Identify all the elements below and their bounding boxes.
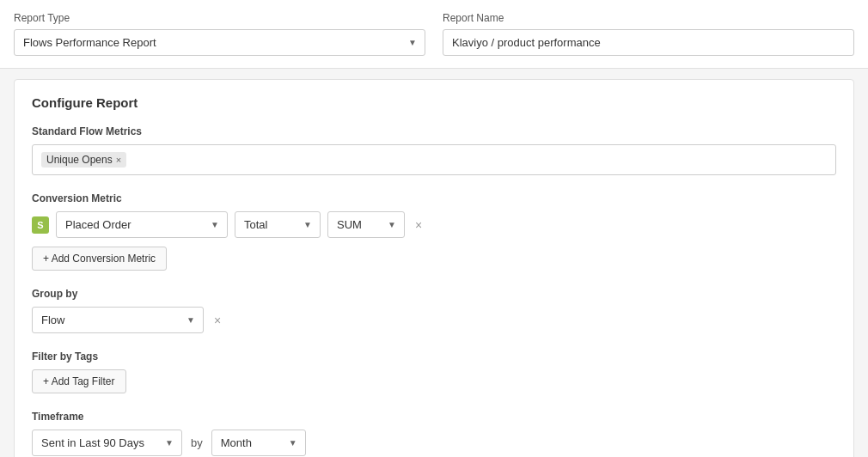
standard-flow-metrics-input[interactable]: Unique Opens × — [32, 144, 836, 175]
add-tag-filter-button[interactable]: + Add Tag Filter — [32, 369, 126, 393]
group-by-label: Group by — [32, 288, 836, 300]
report-type-field: Report Type Flows Performance Report ▼ — [14, 12, 425, 56]
shopify-icon: S — [32, 216, 49, 234]
by-label: by — [191, 436, 203, 449]
tag-unique-opens-close[interactable]: × — [116, 155, 121, 165]
filter-by-tags-label: Filter by Tags — [32, 350, 836, 363]
report-type-select-wrapper: Flows Performance Report ▼ — [14, 29, 425, 56]
tag-unique-opens-text: Unique Opens — [46, 154, 113, 166]
conversion-metric-close[interactable]: × — [412, 217, 425, 233]
metric-select[interactable]: Placed Order Ordered Product Refunded Or… — [56, 211, 228, 238]
conversion-metric-label: Conversion Metric — [32, 192, 836, 204]
conversion-metric-row: S Placed Order Ordered Product Refunded … — [32, 211, 836, 238]
standard-flow-metrics-label: Standard Flow Metrics — [32, 125, 836, 137]
function-select[interactable]: SUM COUNT AVG — [327, 211, 405, 238]
top-bar: Report Type Flows Performance Report ▼ R… — [0, 0, 868, 69]
add-conversion-metric-button[interactable]: + Add Conversion Metric — [32, 247, 167, 271]
timeframe-section: Timeframe Sent in Last 90 Days Sent in L… — [32, 411, 836, 456]
standard-flow-metrics-section: Standard Flow Metrics Unique Opens × — [32, 125, 836, 175]
aggregation-select-wrapper: Total Unique Average ▼ — [235, 211, 321, 238]
report-name-input[interactable] — [443, 29, 854, 56]
report-name-label: Report Name — [443, 12, 854, 24]
group-by-close[interactable]: × — [211, 313, 224, 328]
aggregation-select[interactable]: Total Unique Average — [235, 211, 321, 238]
group-by-section: Group by Flow Message Subject Line ▼ × — [32, 288, 836, 333]
report-type-label: Report Type — [14, 12, 425, 24]
timeframe-row: Sent in Last 90 Days Sent in Last 30 Day… — [32, 430, 836, 456]
group-by-row: Flow Message Subject Line ▼ × — [32, 307, 836, 333]
tag-unique-opens: Unique Opens × — [41, 152, 126, 168]
granularity-select[interactable]: Month Week Day — [211, 430, 306, 456]
panel-title: Configure Report — [32, 95, 836, 110]
configure-panel: Configure Report Standard Flow Metrics U… — [14, 79, 854, 457]
filter-by-tags-section: Filter by Tags + Add Tag Filter — [32, 350, 836, 393]
metric-select-wrapper: Placed Order Ordered Product Refunded Or… — [56, 211, 228, 238]
report-type-select[interactable]: Flows Performance Report — [14, 29, 425, 56]
timeframe-label: Timeframe — [32, 411, 836, 423]
granularity-select-wrapper: Month Week Day ▼ — [211, 430, 306, 456]
function-select-wrapper: SUM COUNT AVG ▼ — [327, 211, 405, 238]
report-name-field: Report Name — [443, 12, 854, 56]
group-by-select-wrapper: Flow Message Subject Line ▼ — [32, 307, 204, 333]
group-by-select[interactable]: Flow Message Subject Line — [32, 307, 204, 333]
conversion-metric-section: Conversion Metric S Placed Order Ordered… — [32, 192, 836, 271]
timeframe-select[interactable]: Sent in Last 90 Days Sent in Last 30 Day… — [32, 430, 182, 456]
timeframe-select-wrapper: Sent in Last 90 Days Sent in Last 30 Day… — [32, 430, 182, 456]
